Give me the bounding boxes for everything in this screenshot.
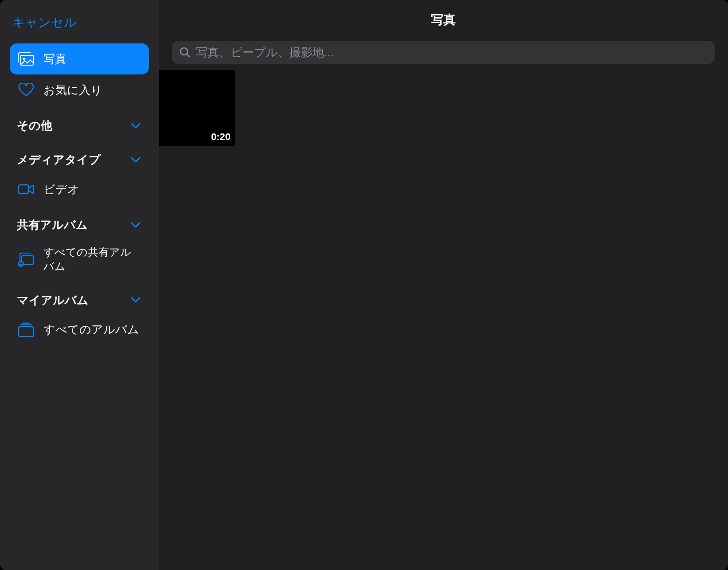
sidebar-item-label: すべての共有アルバム — [43, 245, 142, 274]
sidebar-item-photos[interactable]: 写真 — [10, 43, 149, 74]
video-icon — [17, 180, 35, 199]
search-field[interactable] — [172, 41, 715, 64]
chevron-down-icon — [129, 219, 142, 231]
section-title: メディアタイプ — [17, 152, 101, 168]
section-my-albums[interactable]: マイアルバム — [10, 280, 149, 314]
photo-grid: 0:20 — [159, 70, 728, 146]
section-title: マイアルバム — [17, 293, 89, 308]
sidebar-item-videos[interactable]: ビデオ — [10, 174, 149, 205]
albums-icon — [17, 320, 35, 339]
svg-point-1 — [23, 58, 25, 60]
photos-icon — [17, 50, 35, 68]
search-input[interactable] — [196, 46, 708, 59]
main-header: 写真 — [159, 0, 728, 34]
section-media-types[interactable]: メディアタイプ — [10, 140, 149, 174]
section-shared-albums[interactable]: 共有アルバム — [10, 205, 149, 239]
sidebar-item-label: お気に入り — [43, 82, 102, 98]
sidebar-item-label: すべてのアルバム — [43, 322, 139, 337]
chevron-down-icon — [129, 154, 142, 166]
section-other[interactable]: その他 — [10, 105, 149, 140]
sidebar-item-all-albums[interactable]: すべてのアルバム — [10, 314, 149, 345]
search-wrap — [159, 34, 728, 70]
sidebar-item-label: 写真 — [43, 51, 67, 67]
page-title: 写真 — [431, 12, 456, 28]
shared-album-icon — [17, 250, 35, 269]
svg-rect-2 — [19, 185, 28, 194]
main-content: 写真 0:20 — [159, 0, 728, 570]
svg-point-5 — [20, 262, 22, 264]
photo-picker-window: キャンセル 写真 — [0, 0, 728, 570]
heart-icon — [17, 81, 35, 99]
chevron-down-icon — [129, 120, 142, 132]
video-thumbnail[interactable]: 0:20 — [159, 70, 235, 146]
sidebar: キャンセル 写真 — [0, 0, 159, 570]
sidebar-list: 写真 お気に入り その他 — [0, 43, 159, 345]
section-title: 共有アルバム — [17, 217, 88, 233]
sidebar-item-all-shared[interactable]: すべての共有アルバム — [10, 239, 149, 280]
sidebar-item-label: ビデオ — [43, 182, 79, 197]
cancel-button[interactable]: キャンセル — [0, 8, 159, 43]
section-title: その他 — [17, 118, 52, 133]
chevron-down-icon — [129, 294, 142, 306]
svg-rect-6 — [19, 327, 34, 336]
sidebar-item-favorites[interactable]: お気に入り — [10, 74, 149, 105]
video-duration: 0:20 — [211, 131, 231, 143]
search-icon — [179, 47, 191, 58]
